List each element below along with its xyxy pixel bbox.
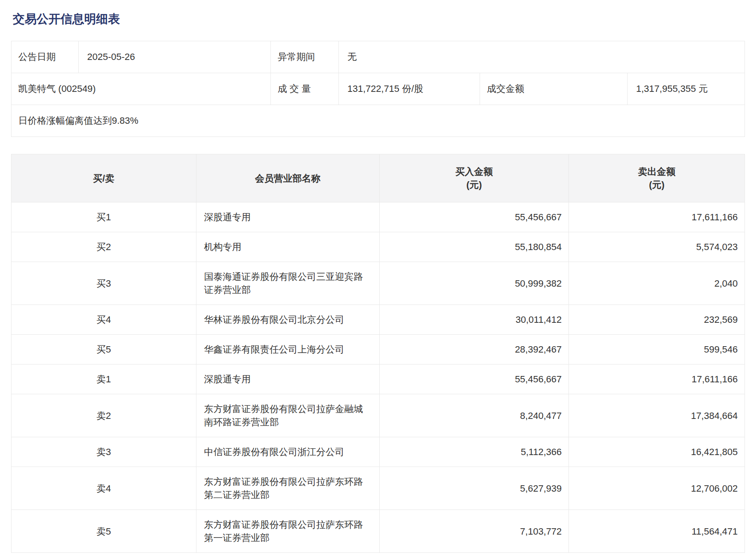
sell-amount-cell: 2,040 (568, 262, 745, 305)
trade-table-body: 买1 深股通专用 55,456,667 17,611,166 买2 机构专用 5… (11, 202, 745, 553)
trade-table-header-row: 买/卖 会员营业部名称 买入金额 (元) 卖出金额 (元) (11, 154, 745, 202)
side-rank-cell: 买2 (11, 232, 196, 262)
broker-name-cell: 东方财富证券股份有限公司拉萨东环路第一证券营业部 (196, 510, 379, 553)
side-rank-cell: 卖5 (11, 510, 196, 553)
column-header-sell-amount: 卖出金额 (元) (568, 154, 745, 202)
side-rank-cell: 买4 (11, 305, 196, 335)
sell-amount-cell: 16,421,805 (568, 437, 745, 467)
buy-amount-cell: 5,112,366 (379, 437, 568, 467)
side-rank-cell: 买1 (11, 202, 196, 232)
buy-amount-cell: 30,011,412 (379, 305, 568, 335)
broker-name-cell: 东方财富证券股份有限公司拉萨金融城南环路证券营业部 (196, 394, 379, 437)
buy-amount-header-unit: (元) (380, 178, 568, 191)
volume-value: 131,722,715 份/股 (339, 73, 480, 105)
sell-amount-cell: 232,569 (568, 305, 745, 335)
table-row: 买5 华鑫证券有限责任公司上海分公司 28,392,467 599,546 (11, 335, 745, 364)
sell-amount-cell: 5,574,023 (568, 232, 745, 262)
summary-info-table: 公告日期 2025-05-26 异常期间 无 凯美特气 (002549) 成 交… (11, 41, 745, 137)
buy-amount-cell: 8,240,477 (379, 394, 568, 437)
broker-name-cell: 深股通专用 (196, 202, 379, 232)
broker-name-cell: 国泰海通证券股份有限公司三亚迎宾路证券营业部 (196, 262, 379, 305)
column-header-broker-name: 会员营业部名称 (196, 154, 379, 202)
column-header-buy-amount: 买入金额 (元) (379, 154, 568, 202)
announce-date-label: 公告日期 (11, 41, 79, 73)
abnormal-period-value: 无 (339, 41, 745, 73)
buy-amount-cell: 50,999,382 (379, 262, 568, 305)
table-row: 买4 华林证券股份有限公司北京分公司 30,011,412 232,569 (11, 305, 745, 335)
table-row: 卖5 东方财富证券股份有限公司拉萨东环路第一证券营业部 7,103,772 11… (11, 510, 745, 553)
buy-amount-cell: 28,392,467 (379, 335, 568, 364)
side-rank-cell: 卖3 (11, 437, 196, 467)
announce-date-value: 2025-05-26 (79, 41, 271, 73)
broker-name-cell: 深股通专用 (196, 364, 379, 394)
trade-table: 买/卖 会员营业部名称 买入金额 (元) 卖出金额 (元) 买1 深股通专用 5… (11, 154, 745, 553)
buy-amount-cell: 55,456,667 (379, 202, 568, 232)
table-row: 卖4 东方财富证券股份有限公司拉萨东环路第二证券营业部 5,627,939 12… (11, 467, 745, 510)
broker-name-cell: 中信证券股份有限公司浙江分公司 (196, 437, 379, 467)
table-row: 卖3 中信证券股份有限公司浙江分公司 5,112,366 16,421,805 (11, 437, 745, 467)
side-rank-cell: 卖1 (11, 364, 196, 394)
summary-row-deviation: 日价格涨幅偏离值达到9.83% (11, 105, 745, 137)
table-row: 买2 机构专用 55,180,854 5,574,023 (11, 232, 745, 262)
sell-amount-header-unit: (元) (569, 178, 745, 191)
summary-row-stock: 凯美特气 (002549) 成 交 量 131,722,715 份/股 成交金额… (11, 73, 745, 105)
side-rank-cell: 卖4 (11, 467, 196, 510)
side-rank-cell: 卖2 (11, 394, 196, 437)
buy-amount-header-line1: 买入金额 (380, 165, 568, 178)
table-row: 卖1 深股通专用 55,456,667 17,611,166 (11, 364, 745, 394)
turnover-label: 成交金额 (480, 73, 628, 105)
trade-disclosure-page: 交易公开信息明细表 公告日期 2025-05-26 异常期间 无 凯美特气 (0… (0, 0, 756, 553)
buy-amount-cell: 7,103,772 (379, 510, 568, 553)
volume-label: 成 交 量 (271, 73, 339, 105)
broker-name-cell: 华鑫证券有限责任公司上海分公司 (196, 335, 379, 364)
side-rank-cell: 买3 (11, 262, 196, 305)
page-title: 交易公开信息明细表 (13, 12, 745, 26)
table-row: 买1 深股通专用 55,456,667 17,611,166 (11, 202, 745, 232)
broker-name-cell: 华林证券股份有限公司北京分公司 (196, 305, 379, 335)
deviation-note: 日价格涨幅偏离值达到9.83% (11, 105, 745, 137)
sell-amount-cell: 17,611,166 (568, 202, 745, 232)
buy-amount-cell: 55,456,667 (379, 364, 568, 394)
table-row: 卖2 东方财富证券股份有限公司拉萨金融城南环路证券营业部 8,240,477 1… (11, 394, 745, 437)
stock-name: 凯美特气 (002549) (11, 73, 271, 105)
buy-amount-cell: 5,627,939 (379, 467, 568, 510)
buy-amount-cell: 55,180,854 (379, 232, 568, 262)
abnormal-period-label: 异常期间 (271, 41, 339, 73)
broker-name-cell: 东方财富证券股份有限公司拉萨东环路第二证券营业部 (196, 467, 379, 510)
broker-name-cell: 机构专用 (196, 232, 379, 262)
sell-amount-cell: 599,546 (568, 335, 745, 364)
sell-amount-header-line1: 卖出金额 (569, 165, 745, 178)
sell-amount-cell: 11,564,471 (568, 510, 745, 553)
column-header-side: 买/卖 (11, 154, 196, 202)
side-rank-cell: 买5 (11, 335, 196, 364)
summary-row-date: 公告日期 2025-05-26 异常期间 无 (11, 41, 745, 73)
sell-amount-cell: 12,706,002 (568, 467, 745, 510)
sell-amount-cell: 17,611,166 (568, 364, 745, 394)
sell-amount-cell: 17,384,664 (568, 394, 745, 437)
turnover-value: 1,317,955,355 元 (628, 73, 745, 105)
table-row: 买3 国泰海通证券股份有限公司三亚迎宾路证券营业部 50,999,382 2,0… (11, 262, 745, 305)
